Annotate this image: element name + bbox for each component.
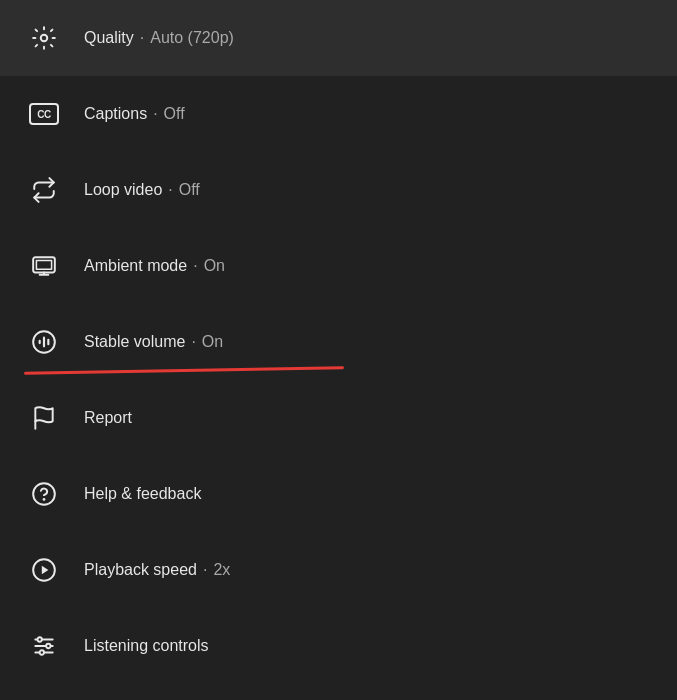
playback-speed-label: Playback speed 2x (84, 561, 230, 579)
svg-point-16 (40, 650, 44, 654)
quality-item[interactable]: Quality Auto (720p) (0, 0, 677, 76)
listening-controls-label: Listening controls (84, 637, 209, 655)
cc-icon: CC (24, 94, 64, 134)
annotation-underline (24, 366, 344, 375)
listening-controls-item[interactable]: Listening controls (0, 608, 677, 684)
stable-volume-label: Stable volume On (84, 333, 223, 351)
help-feedback-item[interactable]: Help & feedback (0, 456, 677, 532)
loop-video-label: Loop video Off (84, 181, 200, 199)
loop-icon (24, 170, 64, 210)
ambient-mode-item[interactable]: Ambient mode On (0, 228, 677, 304)
svg-rect-5 (47, 339, 49, 346)
svg-rect-4 (43, 337, 45, 348)
settings-panel: Quality Auto (720p) CC Captions Off Loop… (0, 0, 677, 700)
report-item[interactable]: Report (0, 380, 677, 456)
ambient-mode-label: Ambient mode On (84, 257, 225, 275)
svg-point-0 (41, 35, 48, 42)
listening-icon (24, 626, 64, 666)
gear-icon (24, 18, 64, 58)
svg-marker-10 (42, 566, 49, 575)
help-icon (24, 474, 64, 514)
svg-point-14 (38, 637, 42, 641)
playback-icon (24, 550, 64, 590)
svg-rect-3 (39, 340, 41, 344)
stable-volume-item[interactable]: Stable volume On (0, 304, 677, 380)
captions-item[interactable]: CC Captions Off (0, 76, 677, 152)
svg-point-7 (33, 483, 55, 505)
flag-icon (24, 398, 64, 438)
quality-label: Quality Auto (720p) (84, 29, 234, 47)
help-feedback-label: Help & feedback (84, 485, 201, 503)
report-label: Report (84, 409, 132, 427)
svg-point-15 (46, 644, 50, 648)
captions-label: Captions Off (84, 105, 185, 123)
ambient-icon (24, 246, 64, 286)
playback-speed-item[interactable]: Playback speed 2x (0, 532, 677, 608)
stable-volume-icon (24, 322, 64, 362)
loop-video-item[interactable]: Loop video Off (0, 152, 677, 228)
